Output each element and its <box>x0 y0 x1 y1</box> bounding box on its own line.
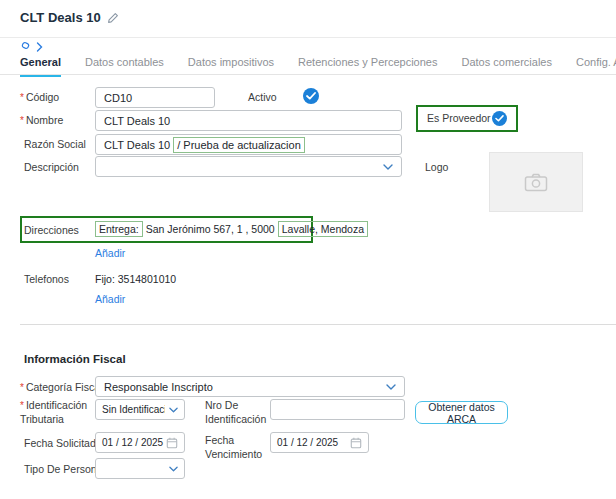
codigo-input[interactable]: CD10 <box>95 87 215 108</box>
nombre-value: CLT Deals 10 <box>104 115 393 127</box>
nro-identificacion-input[interactable] <box>270 399 405 420</box>
telefonos-label: Telefonos <box>24 273 69 287</box>
razon-social-label: Razón Social <box>24 138 86 152</box>
nro-identificacion-label: Nro De Identificación <box>205 399 265 426</box>
tipo-persona-select[interactable] <box>95 458 185 479</box>
razon-social-updated-annotation: / Prueba de actualizacion <box>173 137 305 153</box>
address-city-annotation: Lavalle, Mendoza <box>278 221 368 237</box>
razon-social-input[interactable]: CLT Deals 10 / Prueba de actualizacion <box>95 134 402 155</box>
tabs-divider <box>0 74 616 75</box>
form-toolbar <box>20 42 43 52</box>
calendar-icon[interactable] <box>166 437 178 449</box>
categoria-fiscal-value: Responsable Inscripto <box>104 381 382 393</box>
fecha-solicitada-input[interactable]: 01 / 12 / 2025 <box>95 432 185 453</box>
logo-upload-placeholder[interactable] <box>489 152 583 212</box>
descripcion-label: Descripción <box>24 161 79 175</box>
calendar-icon[interactable] <box>350 437 362 449</box>
camera-icon <box>524 172 548 192</box>
razon-social-value: CLT Deals 10 <box>104 139 170 151</box>
activo-label: Activo <box>248 91 277 105</box>
edit-title-icon[interactable] <box>107 12 119 24</box>
header-divider <box>0 37 616 38</box>
nombre-input[interactable]: CLT Deals 10 <box>95 110 402 131</box>
codigo-value: CD10 <box>104 92 206 104</box>
categoria-fiscal-select[interactable]: Responsable Inscripto <box>95 376 405 397</box>
identificacion-tributaria-select[interactable]: Sin Identificación <box>95 399 185 420</box>
fecha-vencimiento-value: 01 / 12 / 2025 <box>277 437 338 448</box>
es-proveedor-checkbox[interactable] <box>492 111 507 126</box>
descripcion-select[interactable] <box>95 156 402 177</box>
page-title: CLT Deals 10 <box>20 10 119 25</box>
chevron-down-icon <box>169 466 178 472</box>
edit-icon[interactable] <box>20 42 31 52</box>
section-divider <box>20 324 616 325</box>
identificacion-tributaria-label: Identificación Tributaria <box>20 399 84 426</box>
identificacion-tributaria-value: Sin Identificación <box>102 404 165 415</box>
tipo-persona-label: Tipo De Persona <box>24 463 102 477</box>
nombre-label: Nombre <box>20 114 63 128</box>
add-address-link[interactable]: Añadir <box>95 247 125 259</box>
fecha-solicitada-value: 01 / 12 / 2025 <box>102 437 163 448</box>
fecha-vencimiento-label: Fecha Vencimiento <box>205 434 265 461</box>
phone-entry: Fijo: 3514801010 <box>95 273 176 285</box>
chevron-down-icon <box>383 164 393 170</box>
logo-label: Logo <box>425 161 448 175</box>
fecha-solicitada-label: Fecha Solicitada <box>24 437 102 451</box>
activo-checkbox[interactable] <box>303 88 319 104</box>
categoria-fiscal-label: Categoría Fiscal <box>20 381 102 395</box>
chevron-down-icon <box>169 407 178 413</box>
address-street: San Jerónimo 567, 1 , 5000 <box>146 223 275 235</box>
obtener-datos-arca-button[interactable]: Obtener datos ARCA <box>415 401 508 424</box>
address-type-annotation: Entrega: <box>95 221 143 237</box>
es-proveedor-label: Es Proveedor <box>427 112 491 126</box>
codigo-label: Código <box>20 91 59 105</box>
address-entry: Entrega: San Jerónimo 567, 1 , 5000 Lava… <box>95 221 368 237</box>
fiscal-section-title: Información Fiscal <box>24 353 126 365</box>
page-title-text: CLT Deals 10 <box>20 10 101 25</box>
chevron-right-icon[interactable] <box>36 42 43 52</box>
partner-form-page: CLT Deals 10 General Datos contables Dat… <box>0 0 616 499</box>
add-phone-link[interactable]: Añadir <box>95 293 125 305</box>
fecha-vencimiento-input[interactable]: 01 / 12 / 2025 <box>270 432 369 453</box>
es-proveedor-annotation-box: Es Proveedor <box>416 105 518 132</box>
chevron-down-icon <box>386 384 396 390</box>
direcciones-label: Direcciones <box>24 224 79 238</box>
